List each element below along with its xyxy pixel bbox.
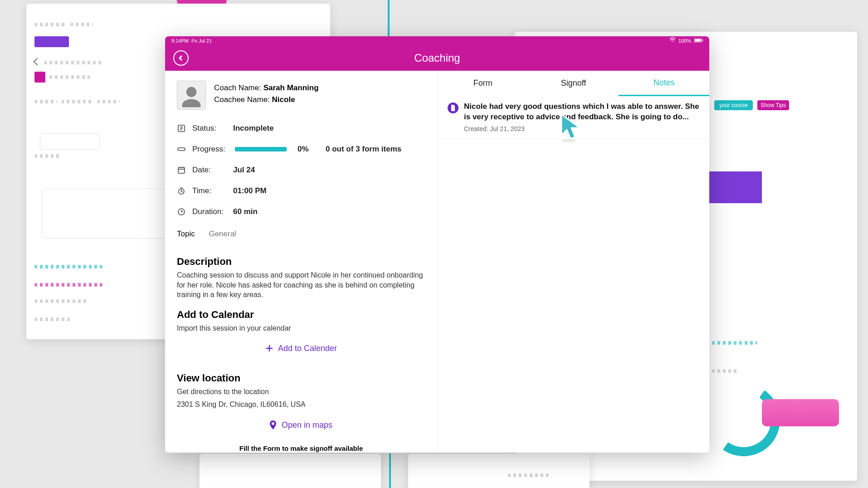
date-value: Jul 24	[233, 166, 255, 175]
calendar-heading: Add to Calendar	[177, 309, 425, 321]
status-time: 9:14PM	[171, 38, 189, 44]
note-text: Nicole had very good questions which I w…	[464, 102, 699, 122]
bg-purple-bar	[707, 171, 762, 203]
topic-row: Topic General	[177, 229, 425, 239]
date-label: Date:	[192, 166, 227, 175]
status-bar: 9:14PM Fri Jul 21 100%	[165, 36, 709, 45]
bg-squiggle	[712, 341, 757, 345]
duration-icon	[177, 207, 186, 216]
wifi-icon	[669, 36, 676, 45]
add-to-calendar-link[interactable]: Add to Calender	[265, 344, 337, 353]
svg-rect-1	[702, 39, 703, 41]
signoff-hint: Fill the Form to make signoff available	[177, 444, 425, 452]
progress-icon	[177, 145, 186, 154]
header-bar: Coaching	[165, 45, 709, 71]
calendar-sub: Import this session in your calendar	[177, 323, 425, 333]
coach-name-label: Coach Name:	[214, 83, 261, 92]
back-button[interactable]	[173, 50, 189, 66]
notes-pane: Form Signoff Notes Nicole had very good …	[437, 71, 709, 453]
svg-rect-5	[178, 167, 185, 173]
plus-icon	[265, 344, 273, 352]
header-title: Coaching	[165, 45, 709, 71]
tab-notes[interactable]: Notes	[619, 70, 709, 96]
progress-bar	[235, 147, 287, 151]
coachee-name-row: Coachee Name: Nicole	[214, 95, 319, 104]
duration-label: Duration:	[192, 207, 227, 216]
avatar	[177, 81, 206, 110]
coach-name-row: Coach Name: Sarah Manning	[214, 83, 319, 93]
svg-rect-4	[178, 148, 185, 151]
progress-text: 0 out of 3 form items	[326, 145, 401, 154]
bg-pill-tips: Show Tips	[757, 100, 789, 110]
progress-label: Progress:	[192, 145, 227, 154]
location-address: 2301 S King Dr, Chicago, IL60616, USA	[177, 400, 425, 410]
map-pin-icon	[270, 420, 276, 432]
status-label: Status:	[192, 124, 227, 133]
note-item[interactable]: Nicole had very good questions which I w…	[438, 95, 709, 139]
bg-bottom-card	[200, 454, 381, 488]
time-value: 01:00 PM	[233, 186, 267, 195]
tabs: Form Signoff Notes	[438, 71, 709, 95]
bg-divider	[388, 0, 390, 36]
stopwatch-icon	[177, 186, 186, 195]
tab-signoff[interactable]: Signoff	[528, 71, 619, 95]
location-heading: View location	[177, 372, 425, 384]
note-icon	[448, 102, 458, 113]
status-row: Status: Incomplete	[177, 124, 425, 133]
description-heading: Description	[177, 256, 425, 268]
battery-pct: 100%	[678, 36, 691, 45]
bg-squiggle	[712, 369, 739, 373]
description-body: Coaching session to discuss and support …	[177, 270, 425, 300]
open-in-maps-link[interactable]: Open in maps	[270, 420, 332, 429]
coach-name-value: Sarah Manning	[263, 83, 319, 92]
coachee-name-value: Nicole	[272, 95, 295, 104]
progress-pct: 0%	[297, 145, 309, 154]
battery-icon	[694, 36, 703, 45]
time-row: Time: 01:00 PM	[177, 186, 425, 195]
note-created: Created: Jul 21, 2023	[464, 125, 699, 132]
progress-row: Progress: 0% 0 out of 3 form items	[177, 145, 425, 154]
topic-value: General	[209, 229, 236, 238]
open-in-maps-label: Open in maps	[282, 420, 332, 429]
duration-value: 60 min	[233, 207, 258, 216]
bg-pill-course: your course	[714, 100, 753, 110]
status-icon	[177, 124, 186, 133]
location-sub: Get directions to the location	[177, 387, 425, 397]
bg-bottom-card	[408, 454, 590, 488]
coaching-window: 9:14PM Fri Jul 21 100% Coaching	[165, 36, 709, 453]
time-label: Time:	[192, 186, 227, 195]
bg-pink-button	[762, 399, 839, 426]
session-details-pane: Coach Name: Sarah Manning Coachee Name: …	[165, 71, 437, 453]
date-row: Date: Jul 24	[177, 166, 425, 175]
tab-form[interactable]: Form	[438, 71, 528, 95]
bg-divider	[389, 454, 391, 488]
coachee-name-label: Coachee Name:	[214, 95, 270, 104]
calendar-icon	[177, 166, 186, 175]
status-date: Fri Jul 21	[191, 38, 212, 44]
topic-label: Topic	[177, 229, 195, 238]
svg-rect-2	[695, 39, 701, 42]
status-value: Incomplete	[233, 124, 274, 133]
add-to-calendar-label: Add to Calender	[278, 344, 337, 353]
duration-row: Duration: 60 min	[177, 207, 425, 216]
